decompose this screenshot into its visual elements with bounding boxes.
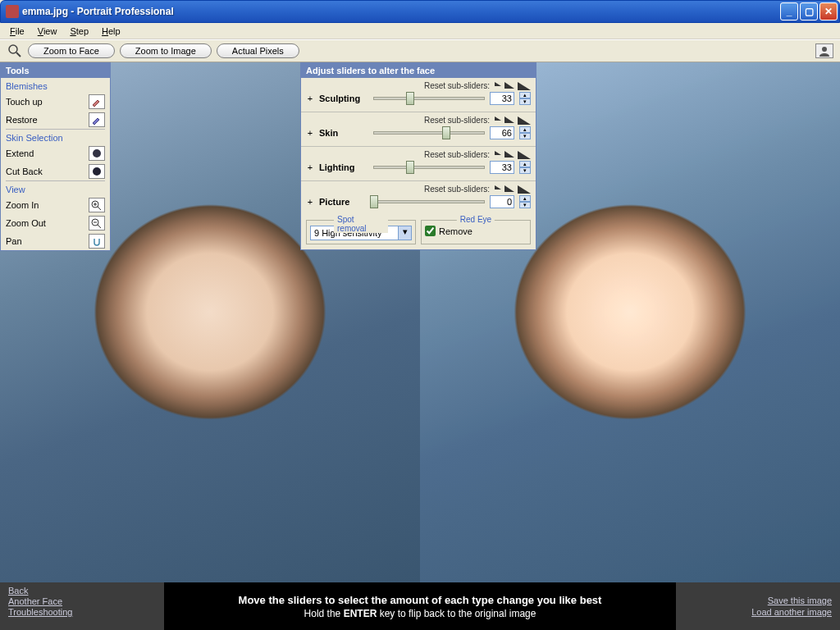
tool-restore[interactable]: Restore — [1, 111, 110, 129]
slider-thumb[interactable] — [370, 195, 378, 208]
spin-down-icon[interactable]: ▾ — [519, 167, 531, 174]
reset-small-icon[interactable] — [495, 116, 501, 121]
svg-line-9 — [98, 225, 101, 228]
slider-track[interactable] — [373, 131, 485, 135]
reset-label: Reset sub-sliders: — [424, 81, 490, 90]
tool-zoom-in-label: Zoom In — [6, 200, 39, 210]
slider-thumb[interactable] — [406, 92, 414, 105]
footer-right-links: Save this image Load another image — [676, 582, 840, 630]
svg-line-1 — [16, 52, 21, 57]
magnifier-icon[interactable] — [7, 43, 23, 59]
zoom-in-icon — [89, 198, 105, 212]
tool-restore-label: Restore — [6, 115, 38, 125]
menu-view[interactable]: View — [31, 25, 64, 38]
reset-small-icon[interactable] — [495, 185, 501, 189]
reset-large-icon[interactable] — [518, 82, 531, 90]
tool-touch-up[interactable]: Touch up — [1, 93, 110, 111]
reset-large-icon[interactable] — [518, 116, 531, 125]
menu-view-label: iew — [43, 26, 57, 36]
menubar: File View Step Help — [0, 23, 840, 39]
footer-line2: Hold the ENTER key to flip back to the o… — [164, 608, 676, 619]
section-view: View — [1, 181, 110, 196]
svg-point-2 — [93, 149, 101, 158]
slider-block-lighting: Reset sub-sliders:+Lighting33▴▾ — [301, 147, 536, 181]
slider-thumb[interactable] — [442, 126, 450, 139]
reset-medium-icon[interactable] — [504, 82, 514, 89]
slider-label: Skin — [319, 128, 368, 138]
reset-label: Reset sub-sliders: — [424, 185, 490, 194]
slider-value[interactable]: 33 — [490, 161, 514, 174]
close-icon[interactable]: ✕ — [819, 2, 838, 21]
expand-icon[interactable]: + — [306, 94, 314, 103]
tool-extend[interactable]: Extend — [1, 144, 110, 162]
reset-medium-icon[interactable] — [504, 151, 514, 158]
reset-small-icon[interactable] — [495, 82, 501, 86]
tool-zoom-in[interactable]: Zoom In — [1, 196, 110, 214]
spin-up-icon[interactable]: ▴ — [519, 92, 531, 98]
reset-small-icon[interactable] — [495, 151, 501, 155]
actual-pixels-button[interactable]: Actual Pixels — [217, 43, 299, 58]
spin-down-icon[interactable]: ▾ — [519, 98, 531, 105]
save-image-link[interactable]: Save this image — [768, 596, 832, 605]
zoom-to-face-button[interactable]: Zoom to Face — [28, 43, 115, 58]
spot-removal-legend: Spot removal — [334, 215, 388, 233]
spin-up-icon[interactable]: ▴ — [519, 126, 531, 133]
reset-medium-icon[interactable] — [504, 116, 514, 123]
minimize-icon[interactable]: _ — [780, 2, 798, 21]
hand-icon — [89, 234, 105, 249]
tool-pan[interactable]: Pan — [1, 232, 110, 250]
reset-row: Reset sub-sliders: — [306, 116, 531, 125]
reset-label: Reset sub-sliders: — [424, 116, 490, 125]
spin-up-icon[interactable]: ▴ — [519, 195, 531, 202]
slider-thumb[interactable] — [406, 161, 414, 174]
toolbar: Zoom to Face Zoom to Image Actual Pixels — [0, 39, 840, 62]
mask-dark-icon — [89, 164, 105, 179]
tool-cut-back[interactable]: Cut Back — [1, 162, 110, 180]
slider-value[interactable]: 66 — [490, 126, 514, 139]
zoom-to-image-button[interactable]: Zoom to Image — [120, 43, 212, 58]
menu-file[interactable]: File — [3, 25, 31, 38]
spin-down-icon[interactable]: ▾ — [519, 202, 531, 208]
expand-icon[interactable]: + — [306, 128, 314, 138]
slider-value[interactable]: 33 — [490, 92, 514, 105]
reset-large-icon[interactable] — [518, 151, 531, 159]
slider-value[interactable]: 0 — [490, 195, 514, 208]
reset-row: Reset sub-sliders: — [306, 150, 531, 159]
slider-track[interactable] — [373, 166, 485, 169]
slider-track[interactable] — [373, 97, 485, 100]
mask-icon — [89, 146, 105, 161]
back-link[interactable]: Back — [8, 586, 156, 596]
slider-label: Picture — [319, 197, 368, 207]
load-image-link[interactable]: Load another image — [751, 607, 832, 617]
another-face-link[interactable]: Another Face — [8, 596, 156, 606]
menu-step[interactable]: Step — [63, 25, 95, 38]
sliders-panel: Adjust sliders to alter the face Reset s… — [300, 62, 536, 250]
footer-line1: Move the sliders to select the amount of… — [164, 594, 676, 606]
menu-file-label: ile — [16, 26, 25, 36]
chevron-down-icon[interactable]: ▾ — [398, 226, 411, 240]
expand-icon[interactable]: + — [306, 162, 314, 172]
profile-silhouette-icon[interactable] — [815, 43, 833, 58]
tool-zoom-out[interactable]: Zoom Out — [1, 214, 110, 232]
expand-icon[interactable]: + — [306, 197, 314, 207]
sliders-panel-title: Adjust sliders to alter the face — [301, 63, 536, 78]
spinner: ▴▾ — [519, 161, 531, 174]
troubleshooting-link[interactable]: Troubleshooting — [8, 607, 156, 617]
reset-label: Reset sub-sliders: — [424, 150, 490, 159]
spin-up-icon[interactable]: ▴ — [519, 161, 531, 167]
slider-block-picture: Reset sub-sliders:+Picture0▴▾ — [301, 181, 536, 215]
slider-block-skin: Reset sub-sliders:+Skin66▴▾ — [301, 112, 536, 147]
main-canvas: Tools Blemishes Touch up Restore Skin Se… — [0, 62, 840, 582]
reset-medium-icon[interactable] — [504, 185, 514, 192]
maximize-icon[interactable]: ▢ — [800, 2, 818, 21]
red-eye-checkbox-row[interactable]: Remove — [425, 226, 527, 236]
spin-down-icon[interactable]: ▾ — [519, 133, 531, 139]
footer-left-links: Back Another Face Troubleshooting — [0, 582, 164, 630]
red-eye-checkbox[interactable] — [425, 226, 436, 236]
menu-help[interactable]: Help — [95, 25, 127, 38]
reset-large-icon[interactable] — [518, 185, 531, 194]
slider-track[interactable] — [373, 200, 485, 203]
spot-removal-fieldset: Spot removal 9 High sensitivity ▾ — [306, 220, 416, 244]
reset-row: Reset sub-sliders: — [306, 81, 531, 90]
menu-help-label: elp — [108, 26, 121, 36]
